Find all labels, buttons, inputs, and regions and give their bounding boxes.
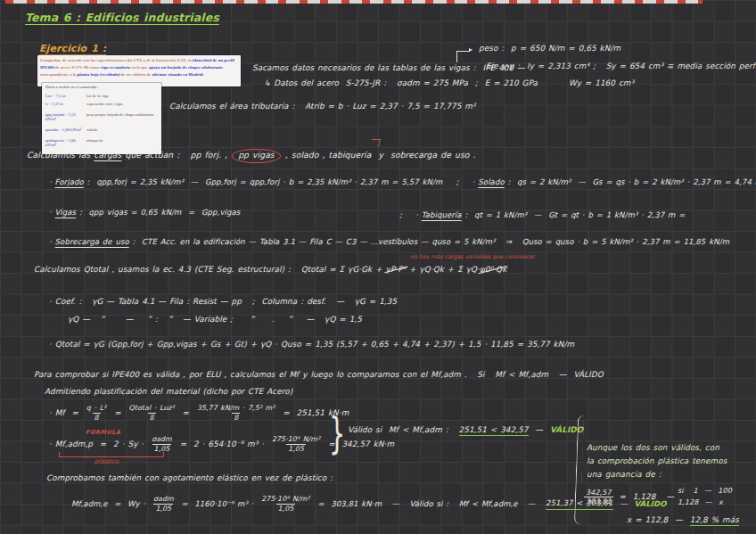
beam-weight-line: peso : p = 650 N/m = 0,65 kN/m bbox=[479, 44, 620, 53]
loads-intro-text: Calculamos las bbox=[27, 150, 94, 160]
data-row-luz: Luz = 7,5 mluz de la viga bbox=[45, 94, 158, 98]
fraction: σadm1,05 bbox=[150, 436, 174, 453]
tabiqueria-line: ; · Tabiquería : qt = 1 kN/m² — Gt = qt … bbox=[399, 210, 685, 220]
mfadm-elastic-line: Mf,adm,e = Wy · σadm1,05 = 1160·10⁻⁶ m³ … bbox=[71, 496, 666, 513]
plastic-validity-line: Válido si Mf < Mf,adm : 251,51 < 342,57 … bbox=[348, 425, 583, 435]
crossed-out-prestress-term: γP·P⁰ bbox=[386, 265, 407, 275]
statement-segment: . bbox=[203, 72, 204, 77]
vigas-label: Vigas bbox=[55, 208, 77, 217]
notebook-page: Tema 6 : Edificios industriales Ejercici… bbox=[0, 0, 756, 534]
mfadm-lhs: · Mf,adm,p = 2 · Sy · bbox=[49, 440, 147, 449]
forjado-calc: : qpp,forj = 2,35 kN/m² — Gpp,forj = qpp… bbox=[84, 177, 443, 186]
fraction: Qtotal · Luz²8 bbox=[127, 405, 177, 422]
steel-data-line: ↳ Datos del acero S-275-JR : σadm = 275 … bbox=[264, 78, 538, 88]
numerator: 275·10⁶ N/m² bbox=[270, 436, 322, 444]
solado-calc: : qs = 2 kN/m² — Gs = qs · b = 2 kN/m² ·… bbox=[505, 177, 756, 186]
statement-segment: Comprobar, de acuerdo con las especifica… bbox=[40, 58, 193, 62]
bracket-connector bbox=[456, 51, 470, 62]
data-desc: luz de la viga bbox=[86, 94, 109, 98]
coef-line-2: γQ — ” — ” : ” — Variable ; ” . ” — γQ =… bbox=[68, 315, 362, 325]
tabiqueria-label: Tabiquería bbox=[422, 210, 462, 219]
beam-data-line: Sacamos datos necesarios de las tablas d… bbox=[252, 63, 525, 73]
qtotal-formula-line: Calculamos Qtotal , usamos la ec. 4.3 (C… bbox=[34, 265, 506, 275]
data-desc: tabiquería bbox=[86, 138, 103, 147]
beam-axis-line: Eje y-y : Iy = 2,313 cm⁴ ; Sy = 654 cm³ … bbox=[486, 62, 756, 71]
denominator: 303,81 bbox=[584, 497, 613, 506]
gain-result-line: x = 112,8 — 12,8 % más bbox=[627, 515, 739, 525]
numerator: q · L² bbox=[85, 405, 108, 413]
data-desc: solado bbox=[86, 127, 97, 132]
forjado-solado-line: · Forjado : qpp,forj = 2,35 kN/m² — Gpp,… bbox=[49, 177, 756, 187]
denominator: 1,05 bbox=[286, 444, 306, 453]
plastification-note-line: Admitiendo plastificación del material (… bbox=[45, 387, 292, 397]
loads-intro-text: que actúan : pp forj. , bbox=[121, 150, 231, 160]
plastico-red-label: plástico bbox=[94, 458, 119, 465]
statement-segment: de un edificio de bbox=[120, 72, 152, 77]
statement-segment: en la que bbox=[130, 65, 149, 70]
red-arrow-doodle bbox=[370, 139, 381, 147]
coef-line-1: · Coef. : γG — Tabla 4.1 — Fila : Resist… bbox=[49, 297, 397, 307]
statement-segment-highlight: viga secundaria bbox=[101, 65, 130, 70]
data-desc: separación entre vigas bbox=[86, 102, 123, 106]
sobrecarga-calc: : CTE Acc. en la edificación — Tabla 3.1… bbox=[129, 237, 729, 246]
numerator: σadm bbox=[150, 436, 174, 444]
loads-intro-line: Calculamos las cargas que actúan : pp fo… bbox=[27, 149, 476, 163]
elastic-intro-line: Comprobamos también con agotamiento elás… bbox=[46, 473, 333, 483]
loads-intro-underlined: cargas bbox=[94, 150, 121, 160]
data-value: qpp,forjado = 2,35 kN/m² bbox=[45, 112, 86, 121]
page-title: Tema 6 : Edificios industriales bbox=[25, 11, 219, 25]
sobrecarga-label: Sobrecarga de uso bbox=[55, 237, 129, 246]
fraction: σadm1,05 bbox=[152, 496, 176, 513]
mfadm-e-lhs: Mf,adm,e = Wy · bbox=[71, 499, 149, 509]
separator: ; bbox=[442, 177, 472, 186]
validity-text: Válido si Mf < Mf,adm : bbox=[348, 425, 459, 434]
fraction: 342,57303,81 bbox=[584, 489, 613, 506]
side-note-line-3: una ganancia de : bbox=[587, 470, 662, 480]
numerator: 35,77 kN/m · 7,5² m² bbox=[195, 405, 277, 413]
mf-equation-line: · Mf = q · L²8 = Qtotal · Luz²8 = 35,77 … bbox=[49, 405, 349, 422]
data-row-tabiqueria: qtabiquería = 1,00 kN/m²tabiquería bbox=[45, 138, 158, 147]
data-desc: peso propio forjado de chapa colaborante bbox=[86, 112, 154, 121]
qtotal-intro: Calculamos Qtotal , usamos la ec. 4.3 (C… bbox=[34, 265, 386, 274]
page-top-edge-strip bbox=[5, 0, 703, 4]
data-row-solado: qsolado = 2,00 kN/m²solado bbox=[45, 127, 158, 132]
equals: = 2 · 654·10⁻⁶ m³ · bbox=[177, 440, 267, 449]
fraction: q · L²8 bbox=[85, 405, 108, 422]
vigas-line: · Vigas : qpp vigas = 0,65 kN/m = Gpp,vi… bbox=[49, 208, 240, 218]
statement-segment: de acero S-275-JR como bbox=[54, 65, 101, 70]
tributary-area-line: Calculamos el área tributaria : Atrib = … bbox=[169, 102, 476, 111]
data-value: qsolado = 2,00 kN/m² bbox=[45, 127, 86, 132]
denominator: 8 bbox=[148, 413, 156, 422]
bullet: · bbox=[49, 208, 55, 217]
numerator: σadm bbox=[152, 496, 176, 504]
loads-intro-text: , solado , tabiquería y sobrecarga de us… bbox=[282, 150, 476, 160]
dash: — bbox=[529, 425, 550, 434]
equals: = bbox=[179, 408, 193, 418]
crossed-out-psi-term: ψ0⁰·Qk bbox=[480, 265, 506, 275]
gain-ratio-line: 342,57303,81 = 1,128 — si 1 — 1001,128 —… bbox=[581, 486, 732, 509]
elu-intro-line: Para comprobar si IPE400 es válida , por… bbox=[34, 370, 604, 380]
pp-vigas-red-circle: pp vigas bbox=[232, 149, 281, 163]
tabiqueria-calc: : qt = 1 kN/m² — Gt = qt · b = 1 kN/m² ·… bbox=[462, 210, 686, 219]
separator: ; · bbox=[399, 210, 422, 219]
statement-segment-highlight: oficinas situado en Madrid bbox=[152, 72, 203, 77]
gain-percent-underlined: 12,8 % más bbox=[690, 515, 739, 526]
curly-brace: } bbox=[329, 408, 345, 458]
forjado-label: Forjado bbox=[55, 177, 84, 186]
given-data-box: Datos a incluir en el enunciado : Luz = … bbox=[42, 83, 161, 154]
section-modulus-line: Wy = 1160 cm³ bbox=[569, 78, 634, 88]
side-note-line-2: la comprobación plástica tenemos bbox=[587, 456, 727, 466]
equals: = bbox=[111, 408, 124, 418]
qtotal-calc-line: · Qtotal = γG (Gpp,forj + Gpp,vigas + Gs… bbox=[49, 340, 574, 349]
problem-statement-box: Comprobar, de acuerdo con las especifica… bbox=[37, 55, 241, 86]
vigas-calc: : qpp vigas = 0,65 kN/m = Gpp,vigas bbox=[76, 208, 240, 217]
proportion-line-2: 1,128 — x bbox=[678, 497, 732, 509]
data-row-forjado: qpp,forjado = 2,35 kN/m²peso propio forj… bbox=[45, 112, 158, 121]
numerator: 275·10⁶ N/m² bbox=[259, 496, 311, 504]
statement-segment-highlight: apoya un forjado de chapa colaborante bbox=[149, 65, 223, 70]
validity-text: — Válido si : Mf < Mf,adm,e — bbox=[382, 499, 546, 509]
ratio-result: = 1,128 — bbox=[616, 492, 678, 502]
statement-segment-highlight: planta baja (vestíbulo) bbox=[78, 72, 120, 77]
numerator: 342,57 bbox=[584, 489, 613, 497]
statement-segment: correspondiente a la bbox=[40, 72, 78, 77]
